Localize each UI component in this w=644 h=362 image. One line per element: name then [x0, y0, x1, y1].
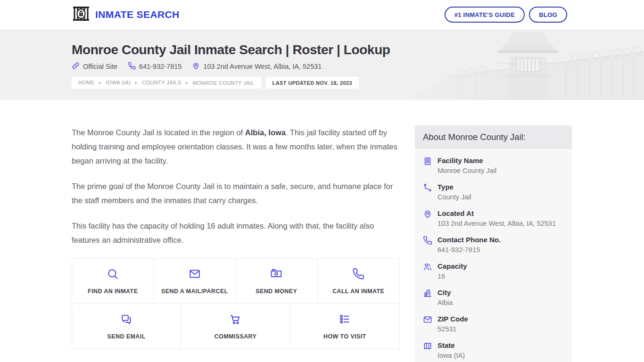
- breadcrumb: HOME IOWA (IA) COUNTY JAILS MONROE COUNT…: [72, 77, 261, 89]
- last-updated-badge: LAST UPDATED NOV. 18, 2023: [266, 77, 359, 89]
- fact-type: TypeCounty Jail: [423, 181, 564, 204]
- breadcrumb-iowa[interactable]: IOWA (IA): [106, 80, 142, 86]
- paragraph-3: This facility has the capacity of holdin…: [72, 219, 400, 247]
- envelope-icon: [189, 268, 201, 282]
- breadcrumb-county-jails[interactable]: COUNTY JAILS: [142, 80, 192, 86]
- shopping-cart-icon: [229, 313, 241, 327]
- fact-located-at: Located At103 2nd Avenue West, Albia, IA…: [423, 207, 564, 230]
- phone-icon: [128, 62, 136, 71]
- fact-zip-code: ZIP Code52531: [423, 313, 564, 336]
- search-icon: [107, 268, 119, 282]
- send-mail-parcel-button[interactable]: SEND A MAIL/PARCEL: [154, 259, 236, 304]
- call-an-inmate-button[interactable]: CALL AN INMATE: [318, 259, 400, 304]
- about-panel-heading: About Monroe County Jail:: [415, 125, 572, 149]
- hero-meta: Official Site 641-932-7815 103 2nd Avenu…: [72, 62, 644, 71]
- people-icon: [423, 262, 432, 281]
- inmates-guide-button[interactable]: #1 INMATE'S GUIDE: [445, 7, 525, 23]
- header: INMATE SEARCH #1 INMATE'S GUIDE BLOG: [0, 0, 644, 29]
- brand-logo[interactable]: INMATE SEARCH: [72, 6, 180, 24]
- route-icon: [423, 182, 432, 202]
- main-content: The Monroe County Jail is located in the…: [0, 100, 644, 362]
- phone-label: 641-932-7815: [139, 63, 182, 70]
- fact-facility-name: Facility NameMonroe County Jail: [423, 154, 564, 177]
- list-icon: [339, 313, 351, 327]
- map-icon: [423, 341, 432, 360]
- about-panel: About Monroe County Jail: Facility NameM…: [415, 125, 572, 362]
- breadcrumb-current: MONROE COUNTY JAIL: [193, 80, 255, 86]
- blog-button[interactable]: BLOG: [529, 7, 567, 23]
- location-pin-icon: [192, 62, 200, 71]
- address-label: 103 2nd Avenue West, Albia, IA, 52531: [203, 63, 322, 70]
- send-email-button[interactable]: SEND EMAIL: [72, 304, 181, 349]
- official-site-label: Official Site: [83, 63, 117, 70]
- city-icon: [423, 288, 432, 307]
- chat-bubbles-icon: [120, 313, 132, 327]
- phone-icon: [352, 268, 364, 282]
- fact-contact-phone: Contact Phone No.641-932-7815: [423, 233, 564, 256]
- breadcrumb-row: HOME IOWA (IA) COUNTY JAILS MONROE COUNT…: [72, 77, 644, 89]
- official-site-link[interactable]: Official Site: [72, 62, 117, 71]
- paragraph-1: The Monroe County Jail is located in the…: [72, 125, 400, 168]
- fact-state: StateIowa (IA): [423, 339, 564, 362]
- commissary-button[interactable]: COMMISSARY: [181, 304, 290, 349]
- banknote-icon: [270, 268, 282, 282]
- envelope-icon: [423, 314, 432, 334]
- location-pin-icon: [423, 209, 432, 228]
- phone-icon: [423, 235, 432, 255]
- bold-city-state: Albia, Iowa: [245, 128, 286, 137]
- building-icon: [423, 156, 432, 175]
- fact-capacity: Capacity16: [423, 260, 564, 283]
- jail-lock-icon: [72, 6, 91, 24]
- fact-city: CityAlbia: [423, 286, 564, 309]
- how-to-visit-button[interactable]: HOW TO VISIT: [290, 304, 399, 349]
- breadcrumb-home[interactable]: HOME: [78, 80, 106, 86]
- find-an-inmate-button[interactable]: FIND AN INMATE: [72, 259, 154, 304]
- action-grid: FIND AN INMATE SEND A MAIL/PARCEL: [72, 258, 400, 349]
- page-title: Monroe County Jail Inmate Search | Roste…: [72, 42, 644, 58]
- article: The Monroe County Jail is located in the…: [72, 125, 400, 349]
- paragraph-2: The prime goal of the Monroe County Jail…: [72, 179, 400, 207]
- hero-section: Monroe County Jail Inmate Search | Roste…: [0, 29, 644, 100]
- send-money-button[interactable]: SEND MONEY: [236, 259, 318, 304]
- phone-link[interactable]: 641-932-7815: [128, 62, 182, 71]
- brand-name: INMATE SEARCH: [95, 9, 180, 20]
- address-link[interactable]: 103 2nd Avenue West, Albia, IA, 52531: [192, 62, 322, 71]
- header-nav: #1 INMATE'S GUIDE BLOG: [445, 7, 567, 23]
- link-icon: [72, 62, 80, 71]
